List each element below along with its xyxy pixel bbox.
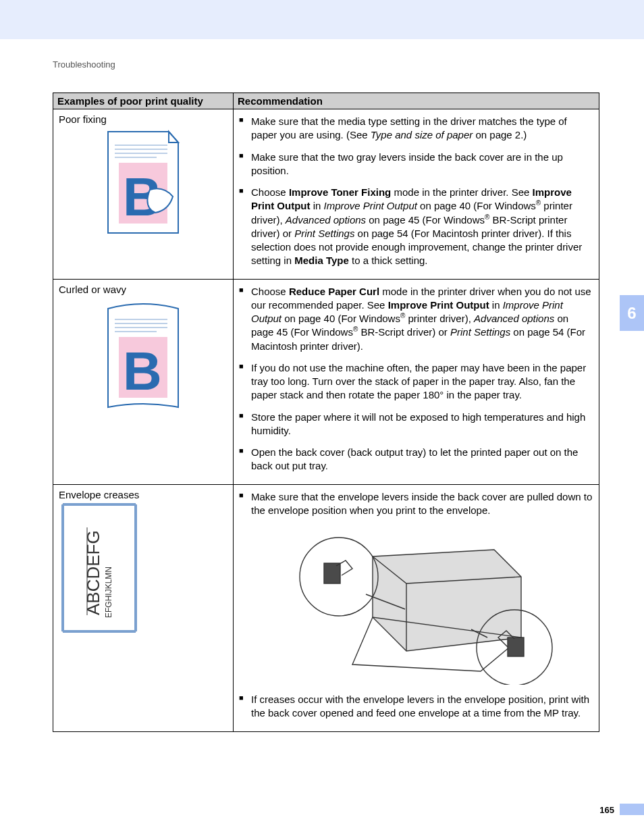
recommendation-item: If you do not use the machine often, the… bbox=[239, 360, 593, 409]
table-row: Envelope creases ABCDEFG EFGHIJKLMN bbox=[53, 484, 599, 731]
recommendation-item: Store the paper where it will not be exp… bbox=[239, 409, 593, 445]
svg-rect-25 bbox=[508, 637, 524, 656]
top-banner bbox=[0, 0, 644, 39]
recommendation-item: If creases occur with the envelope lever… bbox=[239, 692, 593, 727]
example-label: Curled or wavy bbox=[59, 284, 227, 295]
header-recommendation: Recommendation bbox=[234, 93, 599, 109]
recommendation-item: Make sure that the media type setting in… bbox=[239, 113, 593, 149]
recommendation-item: Make sure that the two gray levers insid… bbox=[239, 149, 593, 185]
example-label: Poor fixing bbox=[59, 113, 227, 125]
svg-text:B: B bbox=[123, 341, 162, 401]
chapter-tab: 6 bbox=[620, 295, 644, 331]
header-examples: Examples of poor print quality bbox=[53, 93, 234, 109]
envelope-figure: ABCDEFG EFGHIJKLMN bbox=[59, 500, 140, 635]
table-row: Poor fixing B Make sure that the bbox=[53, 109, 599, 280]
recommendation-item: Choose Reduce Paper Curl mode in the pri… bbox=[239, 284, 593, 360]
troubleshooting-table: Examples of poor print quality Recommend… bbox=[53, 93, 599, 732]
curled-figure: B bbox=[103, 299, 184, 414]
printer-diagram bbox=[271, 529, 562, 685]
table-row: Curled or wavy B Choose Reduce Paper Cur… bbox=[53, 279, 599, 484]
recommendation-item: Make sure that the envelope levers insid… bbox=[239, 489, 593, 525]
recommendation-item: Open the back cover (back output tray) t… bbox=[239, 444, 593, 480]
svg-text:ABCDEFG: ABCDEFG bbox=[83, 530, 103, 615]
recommendation-item: Choose Improve Toner Fixing mode in the … bbox=[239, 184, 593, 275]
svg-rect-23 bbox=[324, 563, 340, 583]
svg-text:EFGHIJKLMN: EFGHIJKLMN bbox=[104, 566, 113, 617]
table-header-row: Examples of poor print quality Recommend… bbox=[53, 93, 599, 109]
example-label: Envelope creases bbox=[59, 489, 227, 500]
svg-marker-20 bbox=[373, 550, 521, 651]
page-accent bbox=[620, 804, 644, 815]
page-number: 165 bbox=[599, 805, 614, 815]
breadcrumb: Troubleshooting bbox=[53, 59, 620, 70]
poor-fixing-figure: B bbox=[103, 129, 184, 237]
